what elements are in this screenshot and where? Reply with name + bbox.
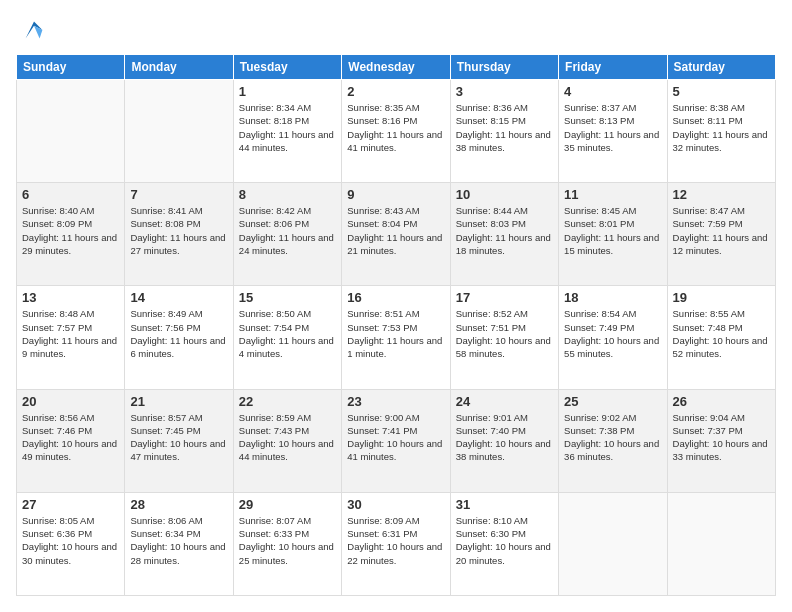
calendar-cell: 9Sunrise: 8:43 AM Sunset: 8:04 PM Daylig… — [342, 183, 450, 286]
day-number: 1 — [239, 84, 336, 99]
calendar-cell: 26Sunrise: 9:04 AM Sunset: 7:37 PM Dayli… — [667, 389, 775, 492]
logo — [16, 16, 48, 44]
calendar-cell: 4Sunrise: 8:37 AM Sunset: 8:13 PM Daylig… — [559, 80, 667, 183]
day-number: 12 — [673, 187, 770, 202]
day-info: Sunrise: 8:48 AM Sunset: 7:57 PM Dayligh… — [22, 307, 119, 360]
day-number: 7 — [130, 187, 227, 202]
day-number: 17 — [456, 290, 553, 305]
day-info: Sunrise: 8:40 AM Sunset: 8:09 PM Dayligh… — [22, 204, 119, 257]
day-info: Sunrise: 8:56 AM Sunset: 7:46 PM Dayligh… — [22, 411, 119, 464]
day-number: 27 — [22, 497, 119, 512]
day-number: 25 — [564, 394, 661, 409]
day-info: Sunrise: 9:04 AM Sunset: 7:37 PM Dayligh… — [673, 411, 770, 464]
day-info: Sunrise: 8:34 AM Sunset: 8:18 PM Dayligh… — [239, 101, 336, 154]
calendar-cell: 10Sunrise: 8:44 AM Sunset: 8:03 PM Dayli… — [450, 183, 558, 286]
calendar-cell: 30Sunrise: 8:09 AM Sunset: 6:31 PM Dayli… — [342, 492, 450, 595]
calendar-cell: 25Sunrise: 9:02 AM Sunset: 7:38 PM Dayli… — [559, 389, 667, 492]
calendar-cell: 5Sunrise: 8:38 AM Sunset: 8:11 PM Daylig… — [667, 80, 775, 183]
col-friday: Friday — [559, 55, 667, 80]
page: Sunday Monday Tuesday Wednesday Thursday… — [0, 0, 792, 612]
day-info: Sunrise: 9:01 AM Sunset: 7:40 PM Dayligh… — [456, 411, 553, 464]
calendar-cell: 14Sunrise: 8:49 AM Sunset: 7:56 PM Dayli… — [125, 286, 233, 389]
col-tuesday: Tuesday — [233, 55, 341, 80]
day-info: Sunrise: 8:41 AM Sunset: 8:08 PM Dayligh… — [130, 204, 227, 257]
day-info: Sunrise: 8:36 AM Sunset: 8:15 PM Dayligh… — [456, 101, 553, 154]
col-sunday: Sunday — [17, 55, 125, 80]
day-info: Sunrise: 8:43 AM Sunset: 8:04 PM Dayligh… — [347, 204, 444, 257]
day-info: Sunrise: 8:06 AM Sunset: 6:34 PM Dayligh… — [130, 514, 227, 567]
day-number: 14 — [130, 290, 227, 305]
calendar-cell: 19Sunrise: 8:55 AM Sunset: 7:48 PM Dayli… — [667, 286, 775, 389]
day-number: 24 — [456, 394, 553, 409]
day-info: Sunrise: 8:42 AM Sunset: 8:06 PM Dayligh… — [239, 204, 336, 257]
day-number: 22 — [239, 394, 336, 409]
day-info: Sunrise: 8:05 AM Sunset: 6:36 PM Dayligh… — [22, 514, 119, 567]
calendar-cell: 12Sunrise: 8:47 AM Sunset: 7:59 PM Dayli… — [667, 183, 775, 286]
calendar-cell — [559, 492, 667, 595]
day-info: Sunrise: 8:47 AM Sunset: 7:59 PM Dayligh… — [673, 204, 770, 257]
day-info: Sunrise: 8:55 AM Sunset: 7:48 PM Dayligh… — [673, 307, 770, 360]
day-number: 11 — [564, 187, 661, 202]
calendar-cell: 28Sunrise: 8:06 AM Sunset: 6:34 PM Dayli… — [125, 492, 233, 595]
day-info: Sunrise: 8:35 AM Sunset: 8:16 PM Dayligh… — [347, 101, 444, 154]
day-info: Sunrise: 8:45 AM Sunset: 8:01 PM Dayligh… — [564, 204, 661, 257]
calendar-row: 13Sunrise: 8:48 AM Sunset: 7:57 PM Dayli… — [17, 286, 776, 389]
day-number: 2 — [347, 84, 444, 99]
day-info: Sunrise: 8:59 AM Sunset: 7:43 PM Dayligh… — [239, 411, 336, 464]
col-monday: Monday — [125, 55, 233, 80]
day-number: 8 — [239, 187, 336, 202]
day-number: 4 — [564, 84, 661, 99]
day-number: 19 — [673, 290, 770, 305]
calendar-row: 27Sunrise: 8:05 AM Sunset: 6:36 PM Dayli… — [17, 492, 776, 595]
col-saturday: Saturday — [667, 55, 775, 80]
col-wednesday: Wednesday — [342, 55, 450, 80]
day-number: 13 — [22, 290, 119, 305]
col-thursday: Thursday — [450, 55, 558, 80]
day-info: Sunrise: 8:51 AM Sunset: 7:53 PM Dayligh… — [347, 307, 444, 360]
header-row: Sunday Monday Tuesday Wednesday Thursday… — [17, 55, 776, 80]
logo-icon — [20, 16, 48, 44]
day-number: 16 — [347, 290, 444, 305]
calendar-cell: 18Sunrise: 8:54 AM Sunset: 7:49 PM Dayli… — [559, 286, 667, 389]
calendar-row: 6Sunrise: 8:40 AM Sunset: 8:09 PM Daylig… — [17, 183, 776, 286]
day-number: 3 — [456, 84, 553, 99]
day-info: Sunrise: 8:49 AM Sunset: 7:56 PM Dayligh… — [130, 307, 227, 360]
day-info: Sunrise: 9:02 AM Sunset: 7:38 PM Dayligh… — [564, 411, 661, 464]
day-number: 18 — [564, 290, 661, 305]
calendar-cell — [17, 80, 125, 183]
day-info: Sunrise: 8:37 AM Sunset: 8:13 PM Dayligh… — [564, 101, 661, 154]
calendar-cell: 13Sunrise: 8:48 AM Sunset: 7:57 PM Dayli… — [17, 286, 125, 389]
calendar-cell: 22Sunrise: 8:59 AM Sunset: 7:43 PM Dayli… — [233, 389, 341, 492]
day-info: Sunrise: 8:54 AM Sunset: 7:49 PM Dayligh… — [564, 307, 661, 360]
calendar-cell: 15Sunrise: 8:50 AM Sunset: 7:54 PM Dayli… — [233, 286, 341, 389]
calendar-cell: 7Sunrise: 8:41 AM Sunset: 8:08 PM Daylig… — [125, 183, 233, 286]
calendar-cell — [125, 80, 233, 183]
calendar-cell: 8Sunrise: 8:42 AM Sunset: 8:06 PM Daylig… — [233, 183, 341, 286]
calendar-cell: 31Sunrise: 8:10 AM Sunset: 6:30 PM Dayli… — [450, 492, 558, 595]
day-number: 15 — [239, 290, 336, 305]
day-info: Sunrise: 8:07 AM Sunset: 6:33 PM Dayligh… — [239, 514, 336, 567]
calendar-cell: 1Sunrise: 8:34 AM Sunset: 8:18 PM Daylig… — [233, 80, 341, 183]
calendar-row: 20Sunrise: 8:56 AM Sunset: 7:46 PM Dayli… — [17, 389, 776, 492]
day-info: Sunrise: 8:38 AM Sunset: 8:11 PM Dayligh… — [673, 101, 770, 154]
calendar-cell: 2Sunrise: 8:35 AM Sunset: 8:16 PM Daylig… — [342, 80, 450, 183]
calendar-table: Sunday Monday Tuesday Wednesday Thursday… — [16, 54, 776, 596]
calendar-cell: 21Sunrise: 8:57 AM Sunset: 7:45 PM Dayli… — [125, 389, 233, 492]
day-number: 31 — [456, 497, 553, 512]
day-number: 5 — [673, 84, 770, 99]
calendar-cell: 6Sunrise: 8:40 AM Sunset: 8:09 PM Daylig… — [17, 183, 125, 286]
day-info: Sunrise: 8:10 AM Sunset: 6:30 PM Dayligh… — [456, 514, 553, 567]
header — [16, 16, 776, 44]
day-info: Sunrise: 8:52 AM Sunset: 7:51 PM Dayligh… — [456, 307, 553, 360]
calendar-cell: 29Sunrise: 8:07 AM Sunset: 6:33 PM Dayli… — [233, 492, 341, 595]
day-number: 23 — [347, 394, 444, 409]
day-number: 21 — [130, 394, 227, 409]
day-number: 28 — [130, 497, 227, 512]
day-number: 20 — [22, 394, 119, 409]
day-info: Sunrise: 8:09 AM Sunset: 6:31 PM Dayligh… — [347, 514, 444, 567]
day-info: Sunrise: 9:00 AM Sunset: 7:41 PM Dayligh… — [347, 411, 444, 464]
calendar-cell: 17Sunrise: 8:52 AM Sunset: 7:51 PM Dayli… — [450, 286, 558, 389]
calendar-cell: 11Sunrise: 8:45 AM Sunset: 8:01 PM Dayli… — [559, 183, 667, 286]
day-info: Sunrise: 8:57 AM Sunset: 7:45 PM Dayligh… — [130, 411, 227, 464]
calendar-cell — [667, 492, 775, 595]
